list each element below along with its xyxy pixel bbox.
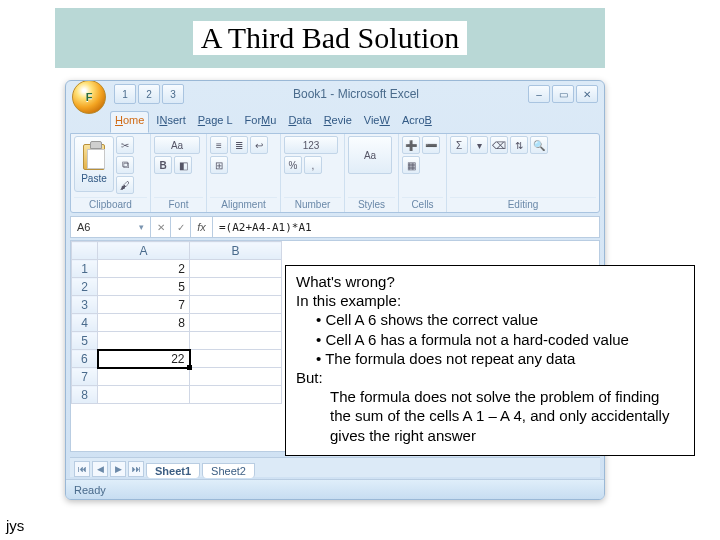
cell-a7[interactable] xyxy=(98,368,190,386)
find-button[interactable]: 🔍 xyxy=(530,136,548,154)
tab-insert[interactable]: INsert xyxy=(151,111,190,133)
select-all-corner[interactable] xyxy=(72,242,98,260)
insert-cells-button[interactable]: ➕ xyxy=(402,136,420,154)
cell-a3[interactable]: 7 xyxy=(98,296,190,314)
office-button[interactable]: F xyxy=(72,80,106,114)
paste-button[interactable]: Paste xyxy=(74,136,114,192)
sort-filter-button[interactable]: ⇅ xyxy=(510,136,528,154)
copy-icon[interactable]: ⧉ xyxy=(116,156,134,174)
maximize-button[interactable]: ▭ xyxy=(552,85,574,103)
insert-function-button[interactable]: fx xyxy=(191,217,213,237)
sheet-tab-1[interactable]: Sheet1 xyxy=(146,463,200,478)
sheet-nav-last[interactable]: ⏭ xyxy=(128,461,144,477)
number-format-picker[interactable]: 123 xyxy=(284,136,338,154)
row-header-1[interactable]: 1 xyxy=(72,260,98,278)
fill-color-button[interactable]: ◧ xyxy=(174,156,192,174)
row-header-6[interactable]: 6 xyxy=(72,350,98,368)
tab-page-layout[interactable]: Page L xyxy=(193,111,238,133)
cell-b7[interactable] xyxy=(190,368,282,386)
cell-b5[interactable] xyxy=(190,332,282,350)
sheet-nav-first[interactable]: ⏮ xyxy=(74,461,90,477)
cell-a1[interactable]: 2 xyxy=(98,260,190,278)
align-left-button[interactable]: ≡ xyxy=(210,136,228,154)
qat-item-2[interactable]: 2 xyxy=(138,84,160,104)
cell-styles-button[interactable]: Aa xyxy=(348,136,392,174)
percent-button[interactable]: % xyxy=(284,156,302,174)
tab-home-accel: H xyxy=(115,114,123,126)
tab-review[interactable]: Revie xyxy=(319,111,357,133)
col-header-b[interactable]: B xyxy=(190,242,282,260)
fill-button[interactable]: ▾ xyxy=(470,136,488,154)
window-controls: – ▭ ✕ xyxy=(528,85,598,103)
cancel-formula-button[interactable]: ✕ xyxy=(151,217,171,237)
slide-title-band: A Third Bad Solution xyxy=(55,8,605,68)
cut-icon[interactable]: ✂ xyxy=(116,136,134,154)
cell-a5[interactable] xyxy=(98,332,190,350)
cell-b2[interactable] xyxy=(190,278,282,296)
qat-item-3[interactable]: 3 xyxy=(162,84,184,104)
col-header-a[interactable]: A xyxy=(98,242,190,260)
cell-a4[interactable]: 8 xyxy=(98,314,190,332)
close-icon: ✕ xyxy=(583,89,591,100)
callout-bullet-3: The formula does not repeat any data xyxy=(330,349,684,368)
row-header-3[interactable]: 3 xyxy=(72,296,98,314)
row-header-2[interactable]: 2 xyxy=(72,278,98,296)
sheet-nav-prev[interactable]: ◀ xyxy=(92,461,108,477)
format-painter-icon[interactable]: 🖌 xyxy=(116,176,134,194)
name-box[interactable]: A6 xyxy=(71,217,151,237)
minimize-button[interactable]: – xyxy=(528,85,550,103)
callout-intro: In this example: xyxy=(296,291,684,310)
comma-button[interactable]: , xyxy=(304,156,322,174)
slide-footer: jys xyxy=(6,517,24,534)
status-bar: Ready xyxy=(66,479,604,499)
close-button[interactable]: ✕ xyxy=(576,85,598,103)
bold-button[interactable]: B xyxy=(154,156,172,174)
cell-a6[interactable]: 22 xyxy=(98,350,190,368)
cell-a2[interactable]: 5 xyxy=(98,278,190,296)
cell-b4[interactable] xyxy=(190,314,282,332)
tab-formulas[interactable]: ForMu xyxy=(240,111,282,133)
tab-view[interactable]: VieW xyxy=(359,111,395,133)
qat-item-1-label: 1 xyxy=(122,89,128,100)
cell-b8[interactable] xyxy=(190,386,282,404)
cancel-icon: ✕ xyxy=(157,222,165,233)
wrap-text-button[interactable]: ↩ xyxy=(250,136,268,154)
formula-input[interactable]: =(A2+A4-A1)*A1 xyxy=(213,217,599,237)
tab-acrobat[interactable]: AcroB xyxy=(397,111,437,133)
cell-b1[interactable] xyxy=(190,260,282,278)
tab-data-accel: D xyxy=(288,114,296,126)
qat-item-1[interactable]: 1 xyxy=(114,84,136,104)
minimize-icon: – xyxy=(536,89,542,100)
cell-b6[interactable] xyxy=(190,350,282,368)
group-clipboard: Paste ✂ ⧉ 🖌 Clipboard xyxy=(71,134,151,212)
enter-formula-button[interactable]: ✓ xyxy=(171,217,191,237)
format-cells-button[interactable]: ▦ xyxy=(402,156,420,174)
group-number-label: Number xyxy=(284,197,341,210)
row-header-8[interactable]: 8 xyxy=(72,386,98,404)
delete-cells-button[interactable]: ➖ xyxy=(422,136,440,154)
sheet-nav-next[interactable]: ▶ xyxy=(110,461,126,477)
clipboard-icon xyxy=(83,144,105,170)
row-header-4[interactable]: 4 xyxy=(72,314,98,332)
cell-b3[interactable] xyxy=(190,296,282,314)
quick-access-toolbar: 1 2 3 xyxy=(114,84,184,104)
group-styles: Aa Styles xyxy=(345,134,399,212)
group-number: 123 % , Number xyxy=(281,134,345,212)
clear-button[interactable]: ⌫ xyxy=(490,136,508,154)
cell-a8[interactable] xyxy=(98,386,190,404)
sheet-tabs: ⏮ ◀ ▶ ⏭ Sheet1 Sheet2 xyxy=(70,457,600,477)
tab-home-rest: ome xyxy=(123,114,144,126)
sheet-tab-2[interactable]: Sheet2 xyxy=(202,463,255,478)
tab-data[interactable]: Data xyxy=(283,111,316,133)
group-editing: Σ ▾ ⌫ ⇅ 🔍 Editing xyxy=(447,134,599,212)
autosum-button[interactable]: Σ xyxy=(450,136,468,154)
formula-text: =(A2+A4-A1)*A1 xyxy=(219,221,312,234)
callout-bullet-1: Cell A 6 shows the correct value xyxy=(330,310,684,329)
align-center-button[interactable]: ≣ xyxy=(230,136,248,154)
font-picker[interactable]: Aa xyxy=(154,136,200,154)
tab-home[interactable]: Home xyxy=(110,111,149,133)
merge-button[interactable]: ⊞ xyxy=(210,156,228,174)
row-header-7[interactable]: 7 xyxy=(72,368,98,386)
row-header-5[interactable]: 5 xyxy=(72,332,98,350)
tab-view-accel: W xyxy=(379,114,389,126)
